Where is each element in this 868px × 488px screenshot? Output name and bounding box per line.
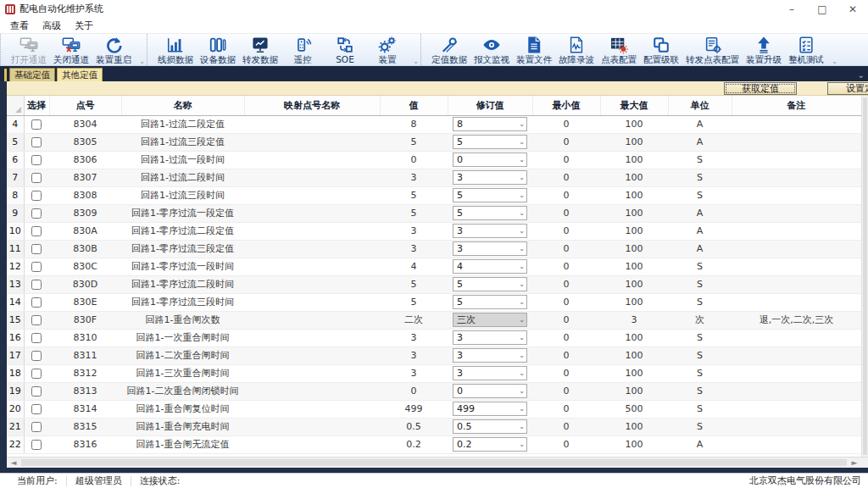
scroll-left-icon[interactable]: ◄ <box>7 458 20 468</box>
row-number-cell[interactable]: 12 <box>7 258 24 275</box>
revised-value-dropdown[interactable]: 3⌄ <box>453 366 527 380</box>
row-number-cell[interactable]: 18 <box>7 364 24 382</box>
row-number-cell[interactable]: 7 <box>7 169 24 186</box>
column-header-5[interactable]: 值 <box>380 96 448 115</box>
row-number-cell[interactable]: 16 <box>7 329 24 347</box>
value-cell[interactable]: 3 <box>380 222 448 240</box>
name-cell[interactable]: 回路1-二次重合闸闭锁时间 <box>121 382 244 400</box>
row-select-checkbox[interactable] <box>31 280 42 290</box>
row-select-checkbox[interactable] <box>31 333 42 343</box>
row-select-checkbox[interactable] <box>31 422 42 432</box>
column-header-3[interactable]: 名称 <box>121 96 244 115</box>
menu-item-3[interactable]: 关于 <box>68 19 100 32</box>
mapped-point-name-cell[interactable] <box>244 418 380 435</box>
mapped-point-name-cell[interactable] <box>244 329 380 347</box>
row-number-cell[interactable]: 21 <box>7 418 24 435</box>
revised-value-dropdown[interactable]: 5⌄ <box>453 206 527 220</box>
revised-value-dropdown[interactable]: 0.2⌄ <box>453 437 527 452</box>
row-select-checkbox[interactable] <box>31 119 42 130</box>
point-number-cell[interactable]: 830B <box>49 240 121 258</box>
row-select-checkbox[interactable] <box>31 404 42 414</box>
cascade-config-button[interactable]: 配置级联 <box>640 35 682 64</box>
row-select-checkbox[interactable] <box>31 244 42 254</box>
row-select-checkbox[interactable] <box>31 369 42 379</box>
open-channel-button[interactable]: 打开通道 <box>8 35 50 64</box>
row-number-cell[interactable]: 14 <box>7 293 24 311</box>
point-number-cell[interactable]: 8312 <box>49 364 121 382</box>
device-upgrade-button[interactable]: 装置升级 <box>743 35 785 64</box>
row-number-cell[interactable]: 10 <box>7 222 24 240</box>
point-number-cell[interactable]: 8313 <box>49 382 121 400</box>
name-cell[interactable]: 回路1-过流一段时间 <box>121 151 244 169</box>
point-number-cell[interactable]: 830C <box>49 258 121 275</box>
revised-value-dropdown[interactable]: 0⌄ <box>453 384 527 398</box>
mapped-point-name-cell[interactable] <box>244 240 380 258</box>
point-number-cell[interactable]: 8307 <box>49 169 121 186</box>
revised-value-dropdown[interactable]: 3⌄ <box>453 170 527 185</box>
line-loss-data-button[interactable]: 线损数据 <box>154 35 197 64</box>
value-cell[interactable]: 0.5 <box>380 418 448 435</box>
point-number-cell[interactable]: 8308 <box>49 186 121 204</box>
name-cell[interactable]: 回路1-重合闸充电时间 <box>121 418 244 435</box>
scroll-right-icon[interactable]: ► <box>848 458 861 468</box>
get-settings-button[interactable]: 获取定值 <box>724 82 797 95</box>
column-header-8[interactable]: 最大值 <box>600 96 668 115</box>
mapped-point-name-cell[interactable] <box>244 258 380 275</box>
value-cell[interactable]: 3 <box>380 347 448 364</box>
forward-data-button[interactable]: 转发数据 <box>239 35 281 64</box>
name-cell[interactable]: 回路1-过流三段时间 <box>121 186 244 204</box>
row-select-checkbox[interactable] <box>31 386 42 396</box>
mapped-point-name-cell[interactable] <box>244 169 380 186</box>
horizontal-scrollbar[interactable]: ◄ ► <box>7 457 868 468</box>
name-cell[interactable]: 回路1-零序过流二段时间 <box>121 275 244 293</box>
name-cell[interactable]: 回路1-过流二段定值 <box>121 115 244 133</box>
revised-value-dropdown[interactable]: 5⌄ <box>453 135 527 149</box>
revised-value-dropdown[interactable]: 5⌄ <box>453 188 527 202</box>
row-number-cell[interactable]: 19 <box>7 382 24 400</box>
close-channel-button[interactable]: 关闭通道 <box>50 35 92 64</box>
column-header-2[interactable]: 点号 <box>49 96 121 115</box>
mapped-point-name-cell[interactable] <box>244 400 380 418</box>
row-number-cell[interactable]: 20 <box>7 400 24 418</box>
maximize-button[interactable]: □ <box>807 0 837 18</box>
tab-other-settings[interactable]: 其他定值 <box>57 68 103 81</box>
menu-item-2[interactable]: 高级 <box>36 19 68 32</box>
mapped-point-name-cell[interactable] <box>244 222 380 240</box>
value-cell[interactable]: 5 <box>380 204 448 222</box>
row-number-cell[interactable]: 5 <box>7 133 24 151</box>
name-cell[interactable]: 回路1-重合闸次数 <box>121 311 244 329</box>
value-cell[interactable]: 499 <box>380 400 448 418</box>
mapped-point-name-cell[interactable] <box>244 382 380 400</box>
revised-value-dropdown[interactable]: 0⌄ <box>453 152 527 167</box>
value-cell[interactable]: 5 <box>380 186 448 204</box>
column-header-9[interactable]: 单位 <box>668 96 732 115</box>
row-select-checkbox[interactable] <box>31 191 42 201</box>
device-button[interactable]: 装置 <box>366 35 409 64</box>
revised-value-dropdown[interactable]: 3⌄ <box>453 348 527 363</box>
mapped-point-name-cell[interactable] <box>244 435 380 453</box>
revised-value-dropdown[interactable]: 4⌄ <box>453 259 527 274</box>
row-number-cell[interactable]: 11 <box>7 240 24 258</box>
point-number-cell[interactable]: 830D <box>49 275 121 293</box>
value-cell[interactable]: 3 <box>380 364 448 382</box>
select-all-corner-cell[interactable] <box>7 96 24 115</box>
mapped-point-name-cell[interactable] <box>244 347 380 364</box>
setting-data-button[interactable]: 定值数据 <box>428 35 470 64</box>
value-cell[interactable]: 5 <box>380 275 448 293</box>
name-cell[interactable]: 回路1-重合闸复位时间 <box>121 400 244 418</box>
point-number-cell[interactable]: 8305 <box>49 133 121 151</box>
revised-value-dropdown[interactable]: 0.5⌄ <box>453 419 527 434</box>
device-file-button[interactable]: 装置文件 <box>513 35 555 64</box>
column-header-1[interactable]: 选择 <box>24 96 49 115</box>
revised-value-dropdown[interactable]: 5⌄ <box>453 277 527 291</box>
name-cell[interactable]: 回路1-零序过流三段时间 <box>121 293 244 311</box>
row-number-cell[interactable]: 6 <box>7 151 24 169</box>
revised-value-dropdown[interactable]: 8⌄ <box>453 117 527 131</box>
row-number-cell[interactable]: 8 <box>7 186 24 204</box>
menu-item-1[interactable]: 查看 <box>3 19 36 32</box>
scrollbar-thumb[interactable] <box>21 459 847 466</box>
value-cell[interactable]: 4 <box>380 258 448 275</box>
revised-value-dropdown[interactable]: 499⌄ <box>453 402 527 416</box>
mapped-point-name-cell[interactable] <box>244 293 380 311</box>
name-cell[interactable]: 回路1-重合闸无流定值 <box>121 435 244 453</box>
